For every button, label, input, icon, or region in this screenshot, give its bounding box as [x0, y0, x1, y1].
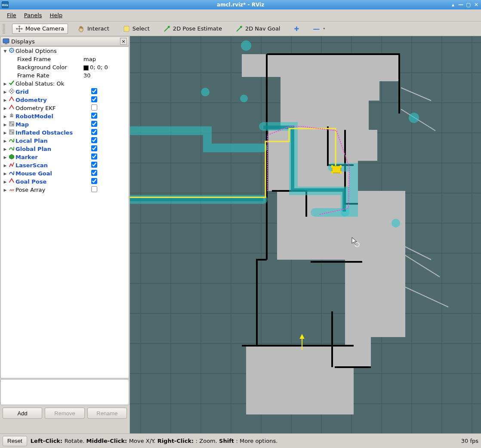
tree-item-robotmodel[interactable]: ▶RobotModel	[1, 112, 129, 120]
visibility-checkbox[interactable]	[91, 186, 97, 192]
visibility-checkbox[interactable]	[91, 121, 97, 127]
menu-panels[interactable]: Panels	[21, 10, 46, 20]
minimize-button[interactable]: —	[458, 2, 464, 8]
expand-arrow-icon[interactable]: ▶	[3, 106, 8, 110]
minus-icon: —	[313, 25, 320, 33]
remove-display-button[interactable]: Remove	[45, 408, 84, 419]
expand-arrow-icon[interactable]: ▶	[3, 147, 8, 151]
displays-panel-close[interactable]: ×	[120, 38, 127, 45]
tree-item-grid[interactable]: ▶Grid	[1, 88, 129, 96]
expand-arrow-icon[interactable]: ▶	[3, 98, 8, 102]
tree-fixed-frame[interactable]: ▶ Fixed Frame map	[1, 55, 129, 63]
maximize-button[interactable]: ▢	[466, 2, 472, 8]
toolbar-grip[interactable]	[3, 24, 5, 34]
tree-checkbox-cell[interactable]	[89, 129, 129, 136]
tool-2d-nav-goal[interactable]: 2D Nav Goal	[232, 24, 284, 34]
tree-label: Inflated Obstacles	[15, 129, 89, 136]
menu-help[interactable]: Help	[46, 10, 66, 20]
app-icon: RViz	[2, 1, 9, 8]
tree-checkbox-cell[interactable]	[89, 121, 129, 128]
expand-arrow-icon[interactable]: ▶	[3, 139, 8, 143]
tree-item-global-status-ok[interactable]: ▶Global Status: Ok	[1, 80, 129, 88]
tree-checkbox-cell[interactable]	[89, 162, 129, 169]
svg-rect-0	[124, 26, 129, 31]
tree-checkbox-cell[interactable]	[89, 104, 129, 112]
tree-item-pose-array[interactable]: ▶Pose Array	[1, 186, 129, 194]
tree-checkbox-cell[interactable]	[89, 186, 129, 193]
tree-checkbox-cell[interactable]	[89, 170, 129, 177]
prop-value[interactable]: map	[82, 56, 129, 62]
tool-nav-goal-label: 2D Nav Goal	[245, 25, 281, 32]
tree-item-goal-pose[interactable]: ▶Goal Pose	[1, 178, 129, 186]
tree-checkbox-cell[interactable]	[89, 113, 129, 120]
tree-item-inflated-obstacles[interactable]: ▶Inflated Obstacles	[1, 129, 129, 137]
prop-value[interactable]: 30	[82, 72, 129, 79]
displays-tree[interactable]: ▼ Global Options ▶ Fixed Frame map ▶ Bac…	[0, 46, 129, 378]
tree-checkbox-cell[interactable]	[89, 137, 129, 144]
3d-viewport[interactable]: ◀ ▶	[130, 36, 481, 433]
expand-arrow-icon[interactable]: ▶	[3, 131, 8, 135]
visibility-checkbox[interactable]	[91, 137, 97, 143]
expand-arrow-icon[interactable]: ▶	[3, 82, 8, 86]
expand-arrow-icon[interactable]: ▶	[3, 114, 8, 119]
tree-item-marker[interactable]: ▶Marker	[1, 153, 129, 161]
tool-select[interactable]: Select	[119, 24, 154, 34]
expand-arrow-icon[interactable]: ▶	[3, 172, 8, 176]
visibility-checkbox[interactable]	[91, 88, 97, 94]
tool-pose-estimate-label: 2D Pose Estimate	[173, 25, 222, 32]
tree-checkbox-cell[interactable]	[89, 145, 129, 153]
tool-interact[interactable]: Interact	[74, 24, 113, 34]
tree-checkbox-cell[interactable]	[89, 96, 129, 104]
svg-rect-14	[10, 131, 12, 132]
tree-item-map[interactable]: ▶Map	[1, 120, 129, 129]
tree-item-global-plan[interactable]: ▶Global Plan	[1, 145, 129, 153]
tree-item-local-plan[interactable]: ▶Local Plan	[1, 137, 129, 145]
odom-red-icon	[8, 104, 15, 112]
displays-panel-header[interactable]: Displays ×	[0, 37, 129, 46]
visibility-checkbox[interactable]	[91, 104, 97, 110]
tree-checkbox-cell[interactable]	[89, 88, 129, 95]
rename-display-button[interactable]: Rename	[87, 408, 127, 419]
tool-move-camera[interactable]: Move Camera	[12, 24, 68, 34]
tree-item-odometry-ekf[interactable]: ▶Odometry EKF	[1, 104, 129, 112]
svg-rect-2	[5, 43, 7, 44]
prop-value[interactable]: 0; 0; 0	[82, 64, 129, 71]
expand-arrow-icon[interactable]: ▼	[3, 49, 8, 53]
svg-rect-6	[10, 114, 13, 117]
visibility-checkbox[interactable]	[91, 96, 97, 102]
tree-label: Mouse Goal	[15, 170, 89, 177]
visibility-checkbox[interactable]	[91, 113, 97, 119]
reset-button[interactable]: Reset	[3, 436, 27, 446]
expand-arrow-icon[interactable]: ▶	[3, 163, 8, 168]
menu-file[interactable]: File	[3, 10, 20, 20]
expand-arrow-icon[interactable]: ▶	[3, 155, 8, 160]
tool-remove[interactable]: —▾	[309, 23, 329, 34]
tree-item-mouse-goal[interactable]: ▶Mouse Goal	[1, 169, 129, 178]
tool-add[interactable]: ✚	[290, 24, 303, 34]
tree-checkbox-cell[interactable]	[89, 178, 129, 185]
visibility-checkbox[interactable]	[91, 162, 97, 168]
tree-frame-rate[interactable]: ▶ Frame Rate 30	[1, 71, 129, 80]
close-button[interactable]: ✕	[473, 2, 479, 8]
svg-rect-53	[331, 165, 333, 168]
expand-arrow-icon[interactable]: ▶	[3, 180, 8, 184]
visibility-checkbox[interactable]	[91, 145, 97, 151]
expand-arrow-icon[interactable]: ▶	[3, 123, 8, 127]
tree-checkbox-cell[interactable]	[89, 153, 129, 161]
rollup-button[interactable]: ▴	[450, 2, 456, 8]
tree-item-laserscan[interactable]: ▶LaserScan	[1, 161, 129, 169]
expand-arrow-icon[interactable]: ▶	[3, 188, 8, 192]
tree-item-odometry[interactable]: ▶Odometry	[1, 96, 129, 104]
add-display-button[interactable]: Add	[3, 408, 42, 419]
visibility-checkbox[interactable]	[91, 170, 97, 176]
visibility-checkbox[interactable]	[91, 178, 97, 184]
expand-arrow-icon[interactable]: ▶	[3, 90, 8, 94]
visibility-checkbox[interactable]	[91, 129, 97, 135]
tree-global-options[interactable]: ▼ Global Options	[1, 47, 129, 55]
hand-icon	[78, 25, 85, 32]
tool-2d-pose-estimate[interactable]: 2D Pose Estimate	[160, 24, 226, 34]
visibility-checkbox[interactable]	[91, 153, 97, 160]
tree-background-color[interactable]: ▶ Background Color 0; 0; 0	[1, 63, 129, 71]
grid-icon	[8, 88, 15, 95]
tree-label: Marker	[15, 154, 89, 160]
